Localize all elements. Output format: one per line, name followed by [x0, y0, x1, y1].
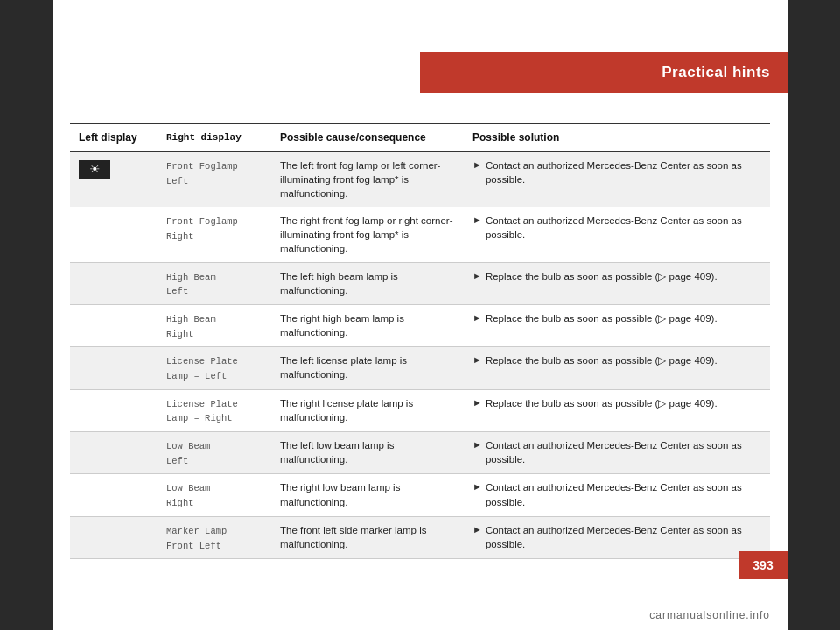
cell-cause: The left low beam lamp is malfunctioning… [271, 432, 464, 474]
cell-cause: The left high beam lamp is malfunctionin… [271, 262, 464, 304]
data-table: Left display Right display Possible caus… [70, 122, 770, 559]
arrow-icon: ► [472, 312, 482, 325]
cell-solution: ►Contact an authorized Mercedes-Benz Cen… [464, 516, 770, 558]
cell-solution: ►Replace the bulb as soon as possible (▷… [464, 347, 770, 389]
solution-text-content: Replace the bulb as soon as possible (▷ … [486, 396, 718, 410]
table-row: License Plate Lamp – LeftThe left licens… [70, 347, 770, 389]
cell-left-display [70, 304, 158, 346]
cell-cause: The right high beam lamp is malfunctioni… [271, 304, 464, 346]
cell-left-display [70, 516, 158, 558]
col-header-cause: Possible cause/consequence [271, 123, 464, 151]
table-row: High Beam RightThe right high beam lamp … [70, 304, 770, 346]
cell-cause: The right license plate lamp is malfunct… [271, 389, 464, 431]
cell-solution: ►Contact an authorized Mercedes-Benz Cen… [464, 207, 770, 262]
solution-text-content: Replace the bulb as soon as possible (▷ … [486, 312, 718, 326]
table-row: Front Foglamp RightThe right front fog l… [70, 207, 770, 262]
cell-cause: The front left side marker lamp is malfu… [271, 516, 464, 558]
cell-left-display: ☀ [70, 151, 158, 207]
col-header-right-display: Right display [158, 123, 271, 151]
cell-right-display: Front Foglamp Left [158, 151, 271, 207]
cell-right-display: Front Foglamp Right [158, 207, 271, 262]
cell-solution: ►Replace the bulb as soon as possible (▷… [464, 304, 770, 346]
arrow-icon: ► [472, 438, 482, 452]
cell-cause: The right front fog lamp or right corner… [271, 207, 464, 262]
col-header-solution: Possible solution [464, 123, 770, 151]
cell-right-display: Low Beam Left [158, 432, 271, 474]
header-bar: Practical hints [420, 52, 788, 93]
cell-left-display [70, 262, 158, 304]
fog-lamp-icon: ☀ [79, 160, 110, 179]
table-row: High Beam LeftThe left high beam lamp is… [70, 262, 770, 304]
cell-solution: ►Replace the bulb as soon as possible (▷… [464, 262, 770, 304]
cell-solution: ►Replace the bulb as soon as possible (▷… [464, 389, 770, 431]
table-header-row: Left display Right display Possible caus… [70, 123, 770, 151]
cell-cause: The left license plate lamp is malfuncti… [271, 347, 464, 389]
cell-left-display [70, 474, 158, 516]
arrow-icon: ► [472, 396, 482, 410]
solution-text-content: Replace the bulb as soon as possible (▷ … [486, 354, 718, 368]
cell-left-display [70, 207, 158, 262]
cell-right-display: High Beam Right [158, 304, 271, 346]
page-title: Practical hints [662, 64, 770, 81]
arrow-icon: ► [472, 158, 482, 172]
cell-right-display: Low Beam Right [158, 474, 271, 516]
cell-right-display: License Plate Lamp – Left [158, 347, 271, 389]
solution-text-content: Contact an authorized Mercedes-Benz Cent… [486, 480, 761, 508]
solution-text-content: Contact an authorized Mercedes-Benz Cent… [486, 523, 761, 551]
cell-solution: ►Contact an authorized Mercedes-Benz Cen… [464, 474, 770, 516]
arrow-icon: ► [472, 270, 482, 283]
cell-left-display [70, 347, 158, 389]
table-row: ☀Front Foglamp LeftThe left front fog la… [70, 151, 770, 207]
solution-text-content: Contact an authorized Mercedes-Benz Cent… [486, 158, 761, 186]
cell-right-display: License Plate Lamp – Right [158, 389, 271, 431]
page-number: 393 [738, 551, 788, 579]
main-table-container: Left display Right display Possible caus… [70, 122, 770, 559]
watermark: carmanualsonline.info [649, 609, 770, 621]
cell-cause: The left front fog lamp or left corner-i… [271, 151, 464, 207]
cell-right-display: High Beam Left [158, 262, 271, 304]
table-row: Marker Lamp Front LeftThe front left sid… [70, 516, 770, 558]
table-row: License Plate Lamp – RightThe right lice… [70, 389, 770, 431]
arrow-icon: ► [472, 480, 482, 494]
solution-text-content: Contact an authorized Mercedes-Benz Cent… [486, 438, 761, 466]
cell-left-display [70, 389, 158, 431]
cell-left-display [70, 432, 158, 474]
arrow-icon: ► [472, 354, 482, 367]
cell-right-display: Marker Lamp Front Left [158, 516, 271, 558]
table-row: Low Beam RightThe right low beam lamp is… [70, 474, 770, 516]
table-row: Low Beam LeftThe left low beam lamp is m… [70, 432, 770, 474]
solution-text-content: Contact an authorized Mercedes-Benz Cent… [486, 214, 761, 242]
cell-solution: ►Contact an authorized Mercedes-Benz Cen… [464, 151, 770, 207]
col-header-left-display: Left display [70, 123, 158, 151]
solution-text-content: Replace the bulb as soon as possible (▷ … [486, 270, 718, 284]
cell-cause: The right low beam lamp is malfunctionin… [271, 474, 464, 516]
arrow-icon: ► [472, 214, 482, 227]
cell-solution: ►Contact an authorized Mercedes-Benz Cen… [464, 432, 770, 474]
arrow-icon: ► [472, 523, 482, 536]
